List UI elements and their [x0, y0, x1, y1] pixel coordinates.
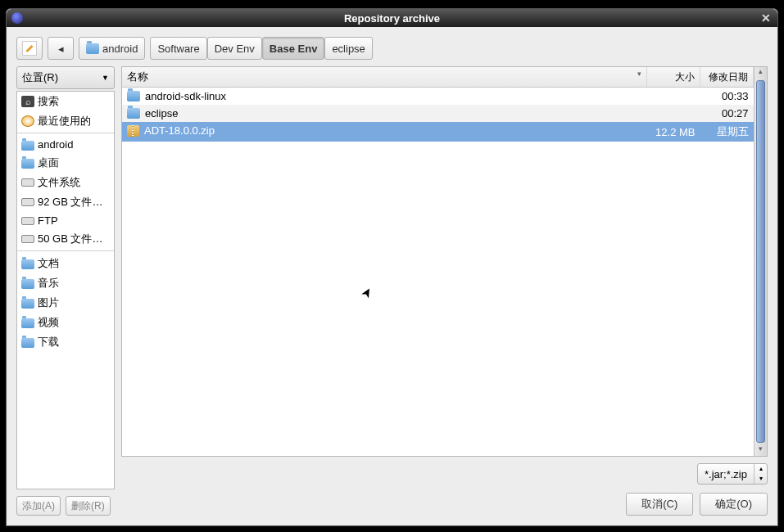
recent-icon	[21, 115, 34, 127]
place-label: 最近使用的	[38, 114, 91, 128]
middle-pane: 位置(R) ▼ ⌕搜索最近使用的 android桌面文件系统92 GB 文件…F…	[16, 66, 768, 516]
back-button[interactable]: ◂	[48, 37, 74, 60]
pencil-icon	[22, 41, 37, 56]
breadcrumb-segment[interactable]: Base Env	[262, 37, 325, 60]
window-title: Repository archive	[344, 12, 440, 25]
folder-icon	[127, 108, 140, 119]
place-item[interactable]: 文档	[17, 254, 114, 273]
folder-icon	[21, 259, 34, 269]
place-item[interactable]: 文件系统	[17, 173, 114, 192]
vertical-scrollbar[interactable]: ▴ ▾	[754, 67, 767, 456]
file-size	[647, 105, 700, 122]
place-item[interactable]: 92 GB 文件…	[17, 192, 114, 212]
place-item[interactable]: 桌面	[17, 153, 114, 173]
place-item[interactable]: 下载	[17, 332, 114, 352]
folder-icon	[86, 43, 99, 54]
folder-icon	[21, 338, 34, 348]
folder-icon	[21, 141, 34, 151]
folder-icon	[21, 299, 34, 309]
place-label: 50 GB 文件…	[38, 232, 102, 246]
filter-row: *.jar;*.zip ▴ ▾	[121, 463, 768, 485]
place-label: 搜索	[38, 94, 59, 109]
file-row[interactable]: ADT-18.0.0.zip12.2 MB星期五	[122, 122, 754, 142]
sort-indicator-icon: ▾	[637, 70, 641, 78]
add-place-button[interactable]: 添加(A)	[16, 496, 61, 516]
file-row[interactable]: android-sdk-linux00:33	[122, 88, 754, 106]
places-actions: 添加(A) 删除(R)	[16, 496, 115, 516]
titlebar[interactable]: Repository archive ✕	[7, 9, 777, 27]
place-label: 音乐	[38, 276, 59, 291]
ok-button[interactable]: 确定(O)	[700, 493, 768, 516]
close-icon[interactable]: ✕	[761, 11, 771, 25]
dialog-content: ◂ android SoftwareDev EnvBase Enveclipse…	[7, 27, 777, 525]
breadcrumb-segment[interactable]: Software	[150, 37, 206, 60]
file-name: ADT-18.0.0.zip	[144, 124, 215, 137]
place-item[interactable]: 视频	[17, 313, 114, 332]
app-icon	[11, 12, 23, 24]
places-sidebar: 位置(R) ▼ ⌕搜索最近使用的 android桌面文件系统92 GB 文件…F…	[16, 66, 115, 516]
places-list[interactable]: ⌕搜索最近使用的 android桌面文件系统92 GB 文件…FTP50 GB …	[16, 91, 115, 489]
place-item[interactable]: 图片	[17, 293, 114, 313]
dialog-window: Repository archive ✕ ◂ android SoftwareD…	[6, 8, 778, 526]
breadcrumb-segment[interactable]: eclipse	[324, 37, 372, 60]
place-label: 92 GB 文件…	[38, 195, 102, 210]
column-name[interactable]: 名称 ▾	[122, 67, 647, 88]
file-table: 名称 ▾ 大小 修改日期 android-sdk-linux00:33eclip…	[122, 67, 754, 142]
file-name: eclipse	[145, 107, 178, 119]
cancel-button[interactable]: 取消(C)	[626, 493, 693, 516]
file-size	[647, 88, 700, 106]
edit-path-button[interactable]	[16, 37, 43, 60]
file-date: 星期五	[700, 122, 754, 142]
breadcrumb-root-label: android	[102, 43, 138, 55]
scroll-up-icon[interactable]: ▴	[755, 67, 767, 79]
column-date[interactable]: 修改日期	[700, 67, 754, 88]
place-item[interactable]: 50 GB 文件…	[17, 229, 114, 251]
spinner-down-icon[interactable]: ▾	[755, 474, 767, 484]
search-icon: ⌕	[21, 96, 34, 107]
folder-icon	[21, 159, 34, 169]
path-toolbar: ◂ android SoftwareDev EnvBase Enveclipse	[16, 37, 768, 60]
place-label: 文档	[38, 256, 59, 271]
place-item[interactable]: 音乐	[17, 273, 114, 293]
folder-icon	[127, 91, 140, 101]
filter-value: *.jar;*.zip	[698, 468, 754, 480]
file-pane: 名称 ▾ 大小 修改日期 android-sdk-linux00:33eclip…	[121, 66, 768, 516]
dialog-buttons: 取消(C) 确定(O)	[121, 493, 768, 516]
place-label: 下载	[38, 335, 59, 349]
file-size: 12.2 MB	[647, 122, 700, 142]
place-item[interactable]: FTP	[17, 212, 114, 229]
scroll-thumb[interactable]	[756, 80, 765, 443]
file-name: android-sdk-linux	[145, 90, 226, 102]
chevron-left-icon: ◂	[58, 43, 64, 55]
spinner-up-icon[interactable]: ▴	[755, 464, 767, 474]
remove-place-button[interactable]: 删除(R)	[66, 496, 111, 516]
place-item[interactable]: ⌕搜索	[17, 92, 114, 111]
chevron-down-icon: ▼	[102, 74, 109, 82]
place-label: 桌面	[38, 156, 59, 170]
file-date: 00:33	[700, 88, 754, 106]
drive-icon	[21, 235, 34, 243]
places-header[interactable]: 位置(R) ▼	[16, 66, 115, 89]
place-label: FTP	[38, 214, 58, 227]
place-label: android	[38, 138, 73, 151]
archive-icon	[127, 125, 139, 137]
file-row[interactable]: eclipse00:27	[122, 105, 754, 122]
place-label: 视频	[38, 315, 59, 330]
place-item[interactable]: 最近使用的	[17, 111, 114, 133]
places-label: 位置(R)	[22, 70, 58, 85]
place-item[interactable]: android	[17, 136, 114, 153]
file-list: 名称 ▾ 大小 修改日期 android-sdk-linux00:33eclip…	[121, 66, 768, 457]
place-label: 图片	[38, 295, 59, 310]
scroll-down-icon[interactable]: ▾	[755, 444, 767, 456]
file-scroll[interactable]: 名称 ▾ 大小 修改日期 android-sdk-linux00:33eclip…	[122, 67, 754, 456]
drive-icon	[21, 178, 34, 187]
place-label: 文件系统	[38, 175, 80, 190]
filetype-filter[interactable]: *.jar;*.zip ▴ ▾	[697, 463, 768, 485]
breadcrumb-segment[interactable]: Dev Env	[207, 37, 262, 60]
filter-spinners: ▴ ▾	[754, 464, 767, 484]
folder-icon	[21, 279, 34, 289]
breadcrumb-root[interactable]: android	[79, 37, 145, 60]
file-date: 00:27	[700, 105, 754, 122]
column-size[interactable]: 大小	[647, 67, 700, 88]
drive-icon	[21, 198, 34, 206]
